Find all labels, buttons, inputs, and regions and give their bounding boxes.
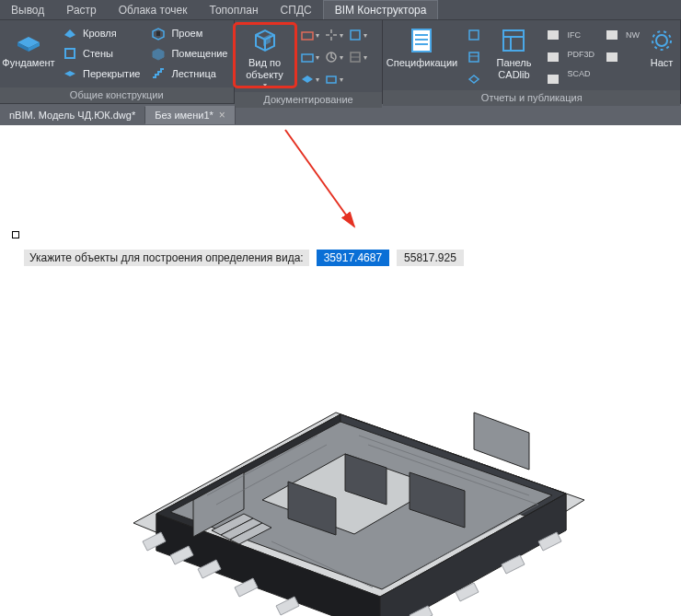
svg-rect-8 xyxy=(302,32,313,40)
doc-tab-2[interactable]: Без имени1* × xyxy=(145,106,236,124)
room-label: Помещение xyxy=(171,48,227,59)
export-scad-button[interactable] xyxy=(543,70,563,88)
doc-tab-1[interactable]: nBIM. Модель ЧД.ЮК.dwg* xyxy=(0,107,145,123)
menu-raster[interactable]: Растр xyxy=(55,1,107,19)
svg-rect-30 xyxy=(606,30,618,40)
foundation-label: Фундамент xyxy=(2,57,54,69)
tab-bim-constructor[interactable]: BIM Конструктора xyxy=(323,0,439,19)
mini-btn-2[interactable]: ▾ xyxy=(323,26,345,44)
selection-marker-icon xyxy=(12,231,19,238)
specs-icon xyxy=(407,26,436,55)
walls-icon xyxy=(63,46,77,61)
svg-rect-27 xyxy=(548,30,559,40)
menu-output[interactable]: Вывод xyxy=(0,1,55,19)
view-by-object-button[interactable]: Вид по объекту▾ xyxy=(235,24,295,87)
svg-marker-14 xyxy=(302,76,313,83)
export-nw-label: NW xyxy=(626,26,640,43)
menu-pointclouds[interactable]: Облака точек xyxy=(108,1,199,19)
room-button[interactable]: Помещение xyxy=(151,44,227,63)
opening-icon xyxy=(151,26,166,41)
cadlib-panel-button[interactable]: Панель CADlib xyxy=(488,24,539,87)
roof-label: Кровля xyxy=(83,28,117,39)
mini-btn-5[interactable]: ▾ xyxy=(323,48,345,66)
svg-rect-10 xyxy=(302,54,313,62)
slab-icon xyxy=(63,66,77,81)
doc-tab-1-label: nBIM. Модель ЧД.ЮК.dwg* xyxy=(9,110,135,121)
close-icon[interactable]: × xyxy=(219,109,225,122)
3d-model-view xyxy=(106,265,612,616)
svg-marker-23 xyxy=(469,76,479,83)
svg-rect-21 xyxy=(469,52,479,62)
ribbon-area: Вывод Растр Облака точек Топоплан СПДС B… xyxy=(0,0,681,125)
chevron-down-icon: ▾ xyxy=(263,81,267,89)
foundation-button[interactable]: Фундамент xyxy=(0,24,57,87)
foundation-icon xyxy=(14,26,43,55)
room-icon xyxy=(151,46,166,61)
menu-topoplan[interactable]: Топоплан xyxy=(199,1,270,19)
svg-marker-3 xyxy=(64,29,75,38)
annotation-arrow-icon xyxy=(276,125,387,263)
slab-button[interactable]: Перекрытие xyxy=(63,64,140,83)
svg-point-32 xyxy=(656,35,667,46)
doc-tab-2-label: Без имени1* xyxy=(155,110,214,121)
mini-btn-6[interactable]: ▾ xyxy=(347,48,369,66)
mini-report-1[interactable] xyxy=(464,26,484,44)
opening-label: Проем xyxy=(171,28,202,39)
specs-label: Спецификации xyxy=(387,57,457,69)
export-ifc-button[interactable] xyxy=(543,26,563,44)
roof-button[interactable]: Кровля xyxy=(63,24,140,42)
stair-button[interactable]: Лестница xyxy=(151,64,227,83)
mini-report-2[interactable] xyxy=(464,48,484,66)
settings-label: Наст xyxy=(651,57,674,69)
mini-report-3[interactable] xyxy=(464,70,484,88)
export-nw-button[interactable] xyxy=(602,26,622,44)
svg-marker-5 xyxy=(64,71,75,76)
cadlib-panel-label: Панель CADlib xyxy=(496,57,531,81)
mini-btn-7[interactable]: ▾ xyxy=(299,70,321,88)
group-general-constructions: Фундамент Кровля Стены Перекрытие xyxy=(0,20,235,103)
opening-button[interactable]: Проем xyxy=(151,24,227,42)
stair-icon xyxy=(151,66,166,81)
cadlib-panel-icon xyxy=(499,26,528,55)
slab-label: Перекрытие xyxy=(83,68,140,79)
svg-rect-9 xyxy=(351,30,360,40)
command-prompt: Укажите объекты для построения определен… xyxy=(24,250,464,266)
svg-rect-31 xyxy=(606,52,618,62)
svg-rect-4 xyxy=(65,49,75,58)
ribbon: Фундамент Кровля Стены Перекрытие xyxy=(0,20,681,103)
export-labels-2: NW xyxy=(626,24,643,63)
doc-mini-grid: ▾ ▾ ▾ ▾ ▾ ▾ ▾ ▾ xyxy=(295,24,373,92)
gear-icon xyxy=(647,26,676,55)
group3-label: Отчеты и публикация xyxy=(383,90,680,106)
svg-rect-28 xyxy=(548,52,559,62)
export-pdf-label: PDF3D xyxy=(567,45,594,63)
specs-button[interactable]: Спецификации xyxy=(383,24,460,87)
export-ifc-label: IFC xyxy=(567,26,594,43)
coord-x-input[interactable]: 35917.4687 xyxy=(317,250,389,266)
svg-rect-29 xyxy=(548,75,559,84)
group2-label: Документирование xyxy=(235,92,383,108)
export-extra-button[interactable] xyxy=(602,48,622,66)
walls-button[interactable]: Стены xyxy=(63,44,140,63)
menu-spds[interactable]: СПДС xyxy=(270,1,323,19)
mini-btn-3[interactable]: ▾ xyxy=(347,26,369,44)
coord-y-input[interactable]: 55817.925 xyxy=(397,250,464,266)
svg-rect-15 xyxy=(327,76,336,83)
svg-marker-7 xyxy=(263,34,271,46)
export-pdf-button[interactable] xyxy=(543,48,563,66)
svg-rect-24 xyxy=(503,30,524,51)
settings-button[interactable]: Наст xyxy=(643,24,680,87)
menu-bar: Вывод Растр Облака точек Топоплан СПДС B… xyxy=(0,0,681,20)
group-reports-publication: Спецификации Панель CADlib IFC xyxy=(383,20,681,103)
view-by-object-label: Вид по объекту xyxy=(246,57,283,81)
stair-label: Лестница xyxy=(171,68,216,79)
mini-btn-1[interactable]: ▾ xyxy=(299,26,321,44)
canvas-area[interactable]: Укажите объекты для построения определен… xyxy=(0,125,681,616)
view-by-object-icon xyxy=(250,26,280,55)
export-labels: IFC PDF3D SCAD xyxy=(567,24,598,82)
mini-btn-8[interactable]: ▾ xyxy=(323,70,345,88)
prompt-text: Укажите объекты для построения определен… xyxy=(24,250,309,266)
svg-line-34 xyxy=(285,130,354,227)
walls-label: Стены xyxy=(83,48,113,59)
mini-btn-4[interactable]: ▾ xyxy=(299,48,321,66)
